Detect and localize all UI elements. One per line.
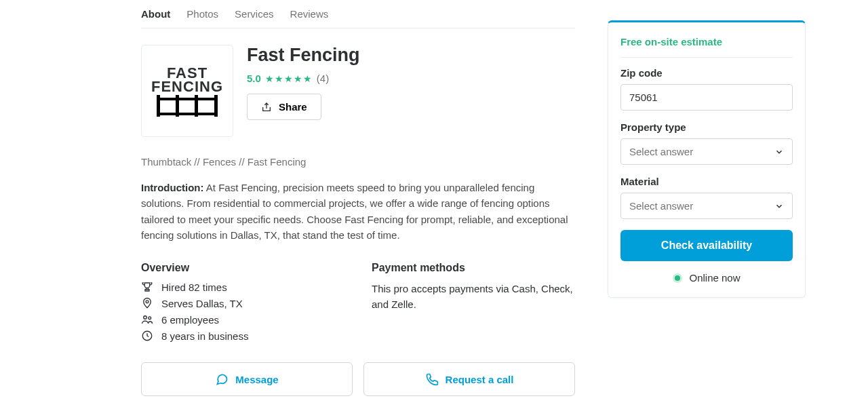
- breadcrumb-current: Fast Fencing: [248, 156, 307, 168]
- svg-point-2: [149, 317, 151, 319]
- svg-point-0: [146, 301, 149, 303]
- material-placeholder: Select answer: [629, 200, 693, 212]
- online-status: Online now: [620, 272, 793, 284]
- chevron-down-icon: [774, 147, 784, 157]
- overview-title: Overview: [141, 262, 344, 274]
- rating-value: 5.0: [247, 73, 261, 84]
- pin-icon: [141, 297, 153, 309]
- property-placeholder: Select answer: [629, 146, 693, 157]
- star-icons: ★★★★★: [265, 73, 313, 84]
- property-type-select[interactable]: Select answer: [620, 138, 793, 165]
- property-type-label: Property type: [620, 121, 793, 133]
- business-logo: FAST FENCING: [141, 45, 233, 137]
- overview-serves: Serves Dallas, TX: [161, 298, 243, 309]
- share-icon: [261, 102, 272, 113]
- estimate-heading: Free on-site estimate: [620, 36, 793, 58]
- overview-hired: Hired 82 times: [161, 282, 227, 293]
- chevron-down-icon: [774, 201, 784, 211]
- breadcrumb-root[interactable]: Thumbtack: [141, 156, 191, 168]
- tab-about[interactable]: About: [141, 8, 170, 20]
- payment-section: Payment methods This pro accepts payment…: [372, 262, 575, 346]
- people-icon: [141, 313, 153, 326]
- online-dot-icon: [673, 273, 682, 283]
- trophy-icon: [141, 281, 153, 293]
- clock-icon: [141, 330, 153, 342]
- share-button[interactable]: Share: [247, 94, 321, 120]
- rating-row[interactable]: 5.0 ★★★★★ (4): [247, 73, 360, 84]
- profile-tabs: About Photos Services Reviews: [141, 0, 575, 28]
- breadcrumb: Thumbtack // Fences // Fast Fencing: [141, 156, 575, 168]
- payment-body: This pro accepts payments via Cash, Chec…: [372, 281, 575, 313]
- request-label: Request a call: [446, 374, 514, 385]
- online-label: Online now: [689, 272, 740, 284]
- business-name: Fast Fencing: [247, 45, 360, 66]
- introduction: Introduction: At Fast Fencing, precision…: [141, 180, 575, 243]
- chat-icon: [215, 372, 229, 386]
- tab-services[interactable]: Services: [235, 8, 274, 20]
- request-call-button[interactable]: Request a call: [363, 362, 575, 396]
- check-availability-button[interactable]: Check availability: [620, 230, 793, 261]
- overview-section: Overview Hired 82 times Serves Dallas, T…: [141, 262, 344, 346]
- share-label: Share: [279, 101, 307, 113]
- message-button[interactable]: Message: [141, 362, 353, 396]
- overview-years: 8 years in business: [161, 330, 248, 342]
- message-label: Message: [235, 374, 278, 385]
- payment-title: Payment methods: [372, 262, 575, 274]
- overview-employees: 6 employees: [161, 314, 219, 326]
- review-count: (4): [317, 73, 329, 84]
- phone-icon: [425, 372, 439, 386]
- tab-reviews[interactable]: Reviews: [290, 8, 329, 20]
- material-select[interactable]: Select answer: [620, 193, 793, 219]
- tab-photos[interactable]: Photos: [186, 8, 218, 20]
- zip-label: Zip code: [620, 67, 793, 79]
- material-label: Material: [620, 176, 793, 187]
- breadcrumb-cat[interactable]: Fences: [203, 156, 236, 168]
- intro-label: Introduction:: [141, 182, 203, 193]
- svg-point-1: [144, 316, 147, 319]
- quote-sidebar: Free on-site estimate Zip code 75061 Pro…: [608, 20, 806, 298]
- intro-body: At Fast Fencing, precision meets speed t…: [141, 182, 568, 241]
- zip-input[interactable]: 75061: [620, 84, 793, 111]
